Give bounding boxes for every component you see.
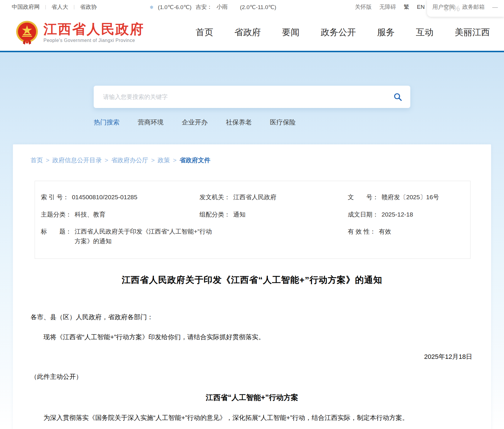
meta-group-label: 组配分类：	[199, 210, 230, 219]
breadcrumb-separator: >	[151, 157, 155, 164]
topbar-dash: —	[492, 4, 498, 10]
document-date: 2025年12月18日	[31, 353, 473, 361]
meta-docnum-value: 赣府发〔2025〕16号	[382, 192, 439, 202]
topbar-link-cppcc[interactable]: 省政协	[80, 3, 97, 11]
meta-agency-value: 江西省人民政府	[233, 192, 276, 202]
site-search-box	[94, 86, 410, 108]
weather-widget: ❅ (1.0℃-6.0℃) 吉安： 小雨 (2.0℃-11.0℃)	[149, 3, 276, 11]
weather-condition: 小雨	[216, 3, 228, 11]
hot-search-item-medical-insurance[interactable]: 医疗保险	[270, 118, 296, 127]
meta-issue-date: 成文日期： 2025-12-18	[348, 210, 464, 219]
breadcrumb-info-directory[interactable]: 政府信息公开目录	[52, 156, 102, 164]
meta-index-label: 索 引 号：	[41, 192, 69, 202]
meta-title-label: 标 题：	[41, 227, 72, 237]
breadcrumb-general-office[interactable]: 省政府办公厅	[111, 156, 148, 164]
meta-row-2: 主题分类： 科技、教育 组配分类： 通知 成文日期： 2025-12-18	[41, 206, 464, 223]
meta-row-1: 索 引 号： 014500810/2025-01285 发文机关： 江西省人民政…	[41, 189, 464, 206]
meta-index-number: 索 引 号： 014500810/2025-01285	[41, 192, 199, 202]
document-title: 江西省人民政府关于印发《江西省“人工智能+”行动方案》的通知	[31, 274, 473, 286]
topbar-right-links: 关怀版 无障碍 繁 EN 用户空间 政务邮箱 —	[355, 3, 498, 11]
topbar-link-gov-mail[interactable]: 政务邮箱	[462, 3, 485, 11]
breadcrumb-current: 省政府文件	[179, 156, 210, 164]
weather-temp-range-1: (1.0℃-6.0℃)	[158, 4, 191, 11]
weather-city: 吉安：	[196, 3, 212, 11]
topbar-link-care-version[interactable]: 关怀版	[355, 3, 372, 11]
document-publicity-note: （此件主动公开）	[31, 373, 473, 381]
breadcrumb-separator: >	[105, 157, 108, 164]
topbar-link-english[interactable]: EN	[417, 4, 425, 10]
meta-issuing-agency: 发文机关： 江西省人民政府	[199, 192, 348, 202]
topbar-left-links: 中国政府网 | 省人大 | 省政协	[12, 3, 97, 11]
breadcrumb: 首页 > 政府信息公开目录 > 省政府办公厅 > 政策 > 省政府文件	[31, 156, 473, 164]
national-emblem-icon	[15, 20, 39, 45]
top-utility-bar: 中国政府网 | 省人大 | 省政协 ❅ (1.0℃-6.0℃) 吉安： 小雨 (…	[0, 0, 504, 14]
nav-interaction[interactable]: 互动	[416, 26, 434, 38]
search-icon	[393, 92, 402, 101]
topbar-link-accessibility[interactable]: 无障碍	[379, 3, 396, 11]
meta-docnum-label: 文 号：	[348, 192, 379, 202]
hot-search-item-company-setup[interactable]: 企业开办	[182, 118, 208, 127]
meta-agency-label: 发文机关：	[199, 192, 230, 202]
breadcrumb-separator: >	[46, 157, 49, 164]
site-header: 江西省人民政府 People's Government of Jiangxi P…	[0, 14, 504, 51]
document-paragraph-1: 现将《江西省“人工智能+”行动方案》印发给你们，请结合实际抓好贯彻落实。	[31, 333, 473, 341]
breadcrumb-separator: >	[173, 157, 177, 164]
search-input[interactable]	[94, 86, 385, 108]
nav-services[interactable]: 服务	[377, 26, 395, 38]
meta-valid-label: 有 效 性：	[348, 227, 376, 237]
topbar-link-traditional[interactable]: 繁	[404, 3, 409, 11]
meta-title: 标 题： 江西省人民政府关于印发《江西省“人工智能+”行动方案》的通知	[41, 227, 348, 246]
nav-news[interactable]: 要闻	[282, 26, 300, 38]
breadcrumb-home[interactable]: 首页	[31, 156, 43, 164]
site-title-block: 江西省人民政府 People's Government of Jiangxi P…	[43, 22, 144, 43]
meta-date-value: 2025-12-18	[382, 210, 413, 219]
main-nav: 首页 省政府 要闻 政务公开 服务 互动 美丽江西	[196, 26, 490, 38]
topbar-link-gov-cn[interactable]: 中国政府网	[12, 3, 40, 11]
meta-group-value: 通知	[233, 210, 246, 219]
document-subtitle: 江西省“人工智能+”行动方案	[31, 393, 473, 402]
meta-index-value: 014500810/2025-01285	[72, 192, 137, 202]
meta-validity: 有 效 性： 有效	[348, 227, 464, 246]
meta-topic-category: 主题分类： 科技、教育	[41, 210, 199, 219]
topbar-separator: |	[45, 4, 46, 10]
document-salutation: 各市、县（区）人民政府，省政府各部门：	[31, 313, 473, 321]
topbar-separator: |	[73, 4, 75, 10]
document-body: 各市、县（区）人民政府，省政府各部门： 现将《江西省“人工智能+”行动方案》印发…	[31, 313, 473, 429]
meta-title-value: 江西省人民政府关于印发《江西省“人工智能+”行动方案》的通知	[75, 227, 213, 246]
page-background: 热门搜索 营商环境 企业开办 社保养老 医疗保险 首页 > 政府信息公开目录 >…	[0, 52, 504, 429]
nav-beautiful-jiangxi[interactable]: 美丽江西	[455, 26, 490, 38]
meta-doc-number: 文 号： 赣府发〔2025〕16号	[348, 192, 464, 202]
search-button[interactable]	[385, 86, 410, 108]
meta-topic-label: 主题分类：	[41, 210, 72, 219]
meta-date-label: 成文日期：	[348, 210, 379, 219]
site-title: 江西省人民政府	[43, 22, 144, 37]
nav-home[interactable]: 首页	[196, 26, 213, 38]
weather-temp-range-2: (2.0℃-11.0℃)	[240, 4, 276, 11]
hot-search-item-business-env[interactable]: 营商环境	[138, 118, 164, 127]
meta-group-category: 组配分类： 通知	[199, 210, 348, 219]
content-card: 首页 > 政府信息公开目录 > 省政府办公厅 > 政策 > 省政府文件 索 引 …	[13, 144, 491, 429]
hot-search-item-social-security[interactable]: 社保养老	[226, 118, 252, 127]
breadcrumb-policy[interactable]: 政策	[158, 156, 170, 164]
site-title-en: People's Government of Jiangxi Province	[43, 38, 144, 43]
meta-row-3: 标 题： 江西省人民政府关于印发《江西省“人工智能+”行动方案》的通知 有 效 …	[41, 223, 464, 250]
nav-gov-affairs[interactable]: 政务公开	[321, 26, 356, 38]
weather-icon: ❅	[149, 4, 154, 11]
site-logo[interactable]: 江西省人民政府 People's Government of Jiangxi P…	[15, 20, 144, 45]
document-paragraph-2: 为深入贯彻落实《国务院关于深入实施“人工智能+”行动的意见》，深化拓展“人工智能…	[31, 414, 473, 422]
meta-valid-value: 有效	[379, 227, 391, 237]
nav-provincial-government[interactable]: 省政府	[234, 26, 261, 38]
topbar-link-user-space[interactable]: 用户空间	[432, 3, 455, 11]
document-metadata-box: 索 引 号： 014500810/2025-01285 发文机关： 江西省人民政…	[35, 181, 471, 259]
hot-search-label: 热门搜索	[94, 118, 120, 127]
hot-search-row: 热门搜索 营商环境 企业开办 社保养老 医疗保险	[94, 118, 410, 127]
topbar-link-provincial-npc[interactable]: 省人大	[51, 3, 68, 11]
meta-topic-value: 科技、教育	[75, 210, 105, 219]
